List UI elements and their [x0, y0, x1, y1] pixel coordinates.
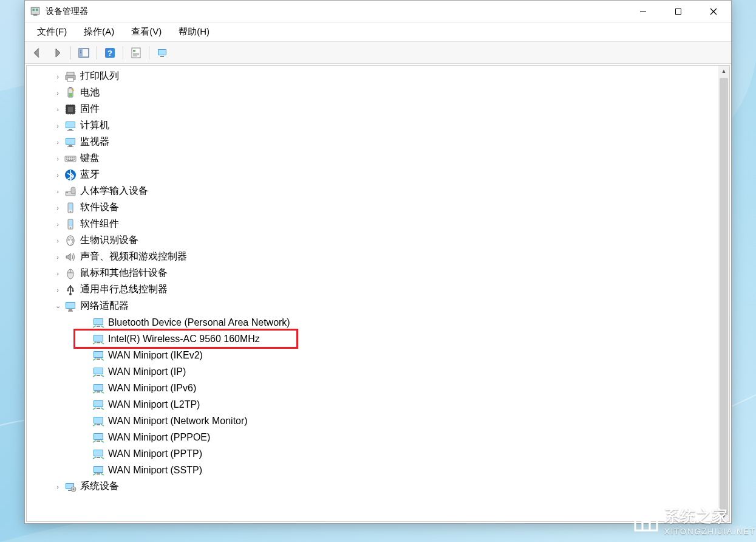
category-usb[interactable]: ›通用串行总线控制器 [29, 281, 729, 298]
svg-point-45 [69, 293, 72, 295]
scroll-up-arrow[interactable]: ▲ [718, 66, 729, 77]
chevron-right-icon[interactable]: › [52, 235, 63, 246]
svg-rect-27 [67, 130, 73, 131]
svg-rect-55 [94, 335, 103, 341]
svg-rect-30 [69, 145, 72, 146]
svg-rect-68 [97, 408, 100, 409]
svg-rect-77 [97, 457, 100, 458]
svg-rect-1 [33, 9, 35, 10]
scan-button[interactable] [152, 44, 172, 61]
category-network[interactable]: ⌄网络适配器 [29, 298, 729, 314]
chevron-down-icon[interactable]: ⌄ [52, 301, 63, 312]
svg-rect-59 [97, 358, 100, 360]
chevron-right-icon[interactable]: › [52, 202, 63, 213]
category-label: 计算机 [80, 119, 109, 132]
chevron-right-icon[interactable]: › [52, 219, 63, 230]
vertical-scrollbar[interactable]: ▲ ▼ [718, 66, 729, 521]
titlebar[interactable]: 设备管理器 [25, 1, 731, 22]
svg-rect-58 [94, 352, 103, 357]
category-label: 鼠标和其他指针设备 [80, 267, 168, 280]
device-label: WAN Miniport (PPPOE) [108, 432, 210, 443]
toolbar: ? [25, 42, 731, 64]
device-item[interactable]: WAN Miniport (PPTP) [29, 445, 729, 462]
chevron-right-icon[interactable]: › [52, 87, 63, 98]
category-monitor[interactable]: ›计算机 [29, 117, 729, 134]
device-item[interactable]: WAN Miniport (IPv6) [29, 380, 729, 396]
svg-rect-79 [94, 467, 103, 472]
category-hid[interactable]: ›人体学输入设备 [29, 183, 729, 199]
scroll-thumb[interactable] [720, 78, 728, 515]
category-software[interactable]: ›软件设备 [29, 199, 729, 216]
category-biometric[interactable]: ›生物识别设备 [29, 232, 729, 249]
minimize-button[interactable] [625, 1, 661, 22]
watermark-logo-icon [632, 506, 661, 535]
chevron-right-icon[interactable]: › [52, 284, 63, 295]
device-label: WAN Miniport (Network Monitor) [108, 416, 248, 427]
chevron-right-icon[interactable]: › [52, 252, 63, 262]
back-button[interactable] [27, 44, 47, 61]
forward-button[interactable] [48, 44, 67, 61]
chevron-right-icon[interactable]: › [52, 153, 63, 164]
category-sound[interactable]: ›声音、视频和游戏控制器 [29, 249, 729, 265]
chevron-right-icon[interactable]: › [52, 71, 63, 82]
svg-rect-7 [80, 50, 81, 52]
category-system[interactable]: ›系统设备 [29, 478, 729, 495]
svg-rect-53 [97, 326, 100, 327]
device-manager-window: 设备管理器 文件(F) 操作(A) 查看(V) 帮助(H) ? [24, 0, 732, 524]
device-item[interactable]: WAN Miniport (IKEv2) [29, 347, 729, 363]
category-bluetooth[interactable]: ›蓝牙 [29, 166, 729, 183]
chevron-right-icon[interactable]: › [52, 120, 63, 131]
svg-rect-67 [94, 401, 103, 406]
chevron-right-icon[interactable]: › [52, 481, 63, 492]
menubar: 文件(F) 操作(A) 查看(V) 帮助(H) [25, 22, 731, 42]
help-button[interactable]: ? [100, 44, 120, 61]
close-button[interactable] [696, 1, 731, 22]
device-item[interactable]: WAN Miniport (Network Monitor) [29, 413, 729, 429]
chevron-right-icon[interactable]: › [52, 170, 63, 180]
chevron-right-icon[interactable]: › [52, 268, 63, 279]
svg-rect-38 [69, 204, 72, 210]
category-label: 打印队列 [80, 70, 119, 83]
device-label: Intel(R) Wireless-AC 9560 160MHz [108, 334, 260, 345]
category-monitor[interactable]: ›监视器 [29, 134, 729, 150]
chevron-right-icon[interactable]: › [52, 137, 63, 148]
window-title: 设备管理器 [46, 6, 625, 17]
menu-view[interactable]: 查看(V) [123, 24, 170, 40]
menu-file[interactable]: 文件(F) [29, 24, 75, 40]
show-tree-button[interactable] [74, 44, 94, 61]
device-item[interactable]: Bluetooth Device (Personal Area Network) [29, 314, 729, 331]
device-label: WAN Miniport (IP) [108, 366, 186, 377]
maximize-button[interactable] [661, 1, 696, 22]
category-label: 人体学输入设备 [80, 185, 148, 197]
category-keyboard[interactable]: ›键盘 [29, 150, 729, 166]
svg-rect-11 [132, 48, 140, 58]
svg-rect-29 [66, 139, 75, 144]
device-label: Bluetooth Device (Personal Area Network) [108, 317, 290, 328]
svg-rect-8 [80, 52, 81, 53]
category-label: 电池 [80, 86, 100, 99]
svg-rect-14 [158, 50, 166, 55]
device-item[interactable]: WAN Miniport (SSTP) [29, 462, 729, 478]
device-item[interactable]: WAN Miniport (IP) [29, 363, 729, 380]
device-label: WAN Miniport (PPTP) [108, 448, 202, 459]
device-item[interactable]: WAN Miniport (L2TP) [29, 396, 729, 413]
menu-action[interactable]: 操作(A) [75, 24, 123, 40]
device-item[interactable]: WAN Miniport (PPPOE) [29, 429, 729, 445]
device-item[interactable]: Intel(R) Wireless-AC 9560 160MHz [29, 331, 729, 347]
menu-help[interactable]: 帮助(H) [170, 24, 218, 40]
category-battery[interactable]: ›电池 [29, 84, 729, 101]
device-tree-pane[interactable]: ›打印队列›电池›固件›计算机›监视器›键盘›蓝牙›人体学输入设备›软件设备›软… [26, 65, 730, 522]
category-label: 蓝牙 [80, 168, 100, 181]
svg-point-39 [70, 211, 71, 212]
category-software[interactable]: ›软件组件 [29, 216, 729, 232]
chevron-right-icon[interactable]: › [52, 186, 63, 197]
svg-rect-76 [94, 450, 103, 456]
chevron-right-icon[interactable]: › [52, 104, 63, 115]
category-firmware[interactable]: ›固件 [29, 101, 729, 117]
properties-button[interactable] [126, 44, 146, 61]
svg-rect-16 [67, 72, 74, 75]
category-label: 声音、视频和游戏控制器 [80, 250, 187, 263]
category-printer[interactable]: ›打印队列 [29, 68, 729, 84]
category-label: 通用串行总线控制器 [80, 283, 168, 296]
category-mouse[interactable]: ›鼠标和其他指针设备 [29, 265, 729, 281]
